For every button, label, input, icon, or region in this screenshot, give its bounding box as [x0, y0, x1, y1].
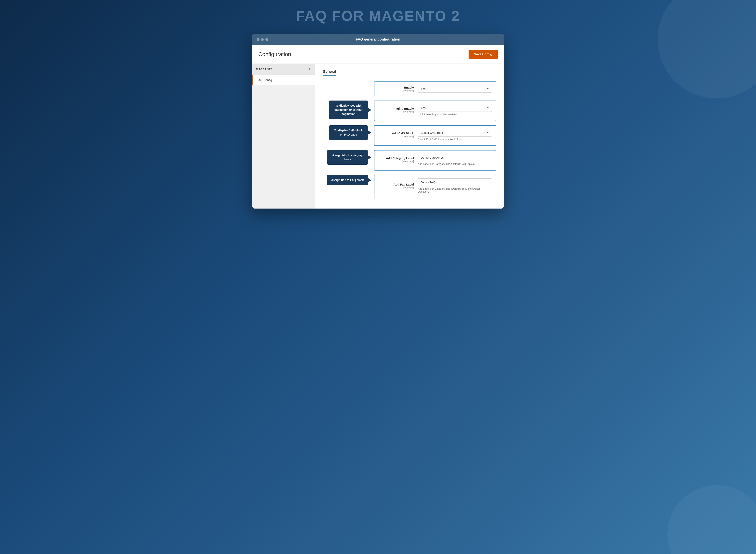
category-tooltip-arrow	[368, 155, 371, 159]
faq-tooltip: Assign title to FAQ block	[327, 175, 368, 185]
cms-tooltip-area: To display CMS block on FAQ page	[323, 125, 374, 140]
faq-tooltip-arrow	[368, 178, 371, 182]
faq-section: Add Faq Label [store view] Add Label For…	[374, 175, 496, 198]
category-label: Add Category Label	[386, 156, 414, 160]
faq-row-wrapper: Assign title to FAQ block Add Faq Label …	[323, 175, 496, 198]
enable-config-row: Enable [store view] Yes No	[379, 85, 492, 93]
paging-hint: If YES then Paging will be enabled	[418, 113, 492, 116]
paging-row-wrapper: To display FAQ with pagination or withou…	[323, 101, 496, 121]
faq-label-area: Add Faq Label [store view]	[379, 183, 418, 189]
faq-tooltip-area: Assign title to FAQ block	[323, 175, 374, 185]
paging-tooltip: To display FAQ with pagination or withou…	[329, 101, 368, 119]
enable-select[interactable]: Yes No	[418, 85, 492, 93]
cms-row-wrapper: To display CMS block on FAQ page Add CMS…	[323, 125, 496, 146]
cms-label-sub: [store view]	[379, 135, 414, 138]
browser-dot-3	[265, 38, 268, 41]
paging-field: Yes No If YES then Paging will be enable…	[418, 104, 492, 116]
app-header: Configuration Save Config	[252, 45, 504, 64]
paging-select-wrapper: Yes No	[418, 104, 492, 112]
paging-select[interactable]: Yes No	[418, 104, 492, 112]
cms-label-area: Add CMS Block [store view]	[379, 131, 418, 138]
app-container: Configuration Save Config MAGEANTS ∧ FAQ…	[252, 45, 504, 209]
faq-hint: Add Label For Category Title (Default:Fr…	[418, 187, 492, 193]
paging-label-area: Paging Enable [store view]	[379, 107, 418, 113]
enable-label-area: Enable [store view]	[379, 86, 418, 92]
paging-tooltip-text: To display FAQ with pagination or withou…	[335, 104, 362, 115]
paging-label-sub: [store view]	[379, 110, 414, 113]
cms-tooltip: To display CMS block on FAQ page	[329, 125, 368, 140]
browser-dot-1	[257, 38, 259, 41]
sidebar-section-header[interactable]: MAGEANTS ∧	[252, 64, 315, 75]
browser-toolbar: FAQ general configuration	[252, 34, 504, 45]
sidebar-section-label: MAGEANTS	[256, 68, 272, 71]
enable-label-sub: [store view]	[379, 89, 414, 92]
paging-label: Paging Enable	[394, 107, 414, 110]
cms-select[interactable]: Select CMS Block	[418, 129, 492, 136]
category-label-area: Add Category Label [store view]	[379, 156, 418, 163]
category-row-wrapper: Assign title to category block Add Categ…	[323, 150, 496, 171]
category-config-row: Add Category Label [store view] Add Labe…	[379, 154, 492, 165]
cms-section: Add CMS Block [store view] Select CMS Bl…	[374, 125, 496, 146]
browser-window: FAQ general configuration Configuration …	[252, 34, 504, 209]
enable-field: Yes No	[418, 85, 492, 93]
paging-tooltip-arrow	[368, 108, 371, 112]
cms-field: Select CMS Block Select ID of CMS block …	[418, 129, 492, 141]
faq-label-sub: [store view]	[379, 186, 414, 189]
category-input[interactable]	[418, 154, 492, 161]
browser-dot-2	[261, 38, 264, 41]
paging-tooltip-area: To display FAQ with pagination or withou…	[323, 101, 374, 119]
cms-label: Add CMS Block	[392, 131, 414, 135]
faq-tooltip-text: Assign title to FAQ block	[331, 178, 364, 181]
sidebar-section-mageants: MAGEANTS ∧ FAQ Config	[252, 64, 315, 86]
faq-config-row: Add Faq Label [store view] Add Label For…	[379, 178, 492, 193]
sidebar-item-faq-config[interactable]: FAQ Config	[252, 75, 315, 86]
faq-field: Add Label For Category Title (Default:Fr…	[418, 178, 492, 193]
page-title: FAQ FOR MAGENTO 2	[296, 8, 460, 24]
category-tooltip-area: Assign title to category block	[323, 150, 374, 165]
faq-label: Add Faq Label	[394, 183, 414, 186]
cms-hint: Select ID of CMS block to show in front	[418, 138, 492, 141]
cms-config-row: Add CMS Block [store view] Select CMS Bl…	[379, 129, 492, 141]
faq-input[interactable]	[418, 178, 492, 186]
tab-general[interactable]: General	[323, 70, 336, 75]
save-config-button[interactable]: Save Config	[468, 50, 498, 59]
category-hint: Add Label For Category Title (Default:FA…	[418, 163, 492, 165]
category-field: Add Label For Category Title (Default:FA…	[418, 154, 492, 165]
enable-section: Enable [store view] Yes No	[374, 81, 496, 96]
cms-tooltip-arrow	[368, 131, 371, 134]
enable-select-wrapper: Yes No	[418, 85, 492, 93]
category-tooltip-text: Assign title to category block	[332, 154, 363, 161]
app-body: MAGEANTS ∧ FAQ Config General	[252, 64, 504, 209]
main-content: General Enable [store view]	[315, 64, 504, 209]
browser-dots	[257, 38, 268, 41]
cms-tooltip-text: To display CMS block on FAQ page	[334, 129, 363, 136]
configuration-title: Configuration	[258, 51, 291, 57]
sidebar-item-label: FAQ Config	[257, 78, 272, 81]
category-label-sub: [store view]	[379, 160, 414, 163]
enable-label: Enable	[404, 86, 414, 89]
paging-section: Paging Enable [store view] Yes No	[374, 101, 496, 121]
cms-select-wrapper: Select CMS Block	[418, 129, 492, 136]
chevron-up-icon: ∧	[308, 67, 311, 71]
category-section: Add Category Label [store view] Add Labe…	[374, 150, 496, 171]
paging-config-row: Paging Enable [store view] Yes No	[379, 104, 492, 116]
sidebar: MAGEANTS ∧ FAQ Config	[252, 64, 315, 209]
browser-window-title: FAQ general configuration	[356, 37, 400, 42]
enable-row-wrapper: Enable [store view] Yes No	[323, 81, 496, 96]
category-tooltip: Assign title to category block	[327, 150, 368, 165]
